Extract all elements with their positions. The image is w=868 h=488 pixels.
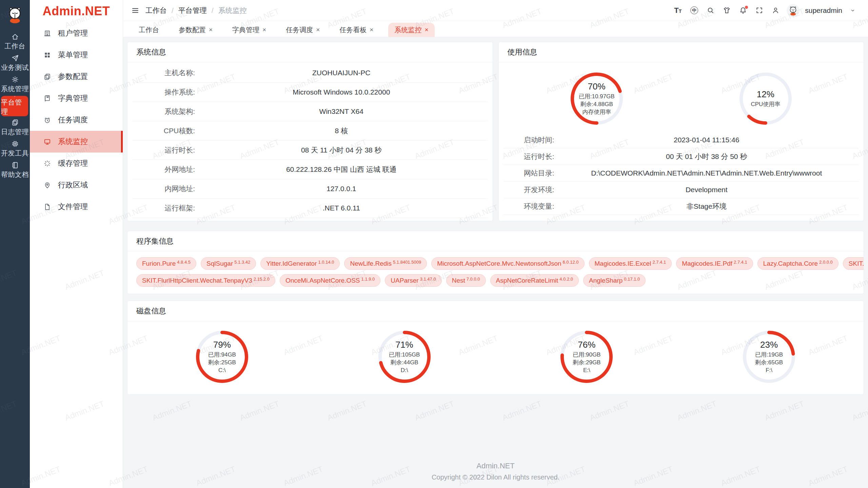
username[interactable]: superadmin: [805, 6, 842, 15]
info-value: Development: [554, 186, 859, 194]
notebook-icon: [11, 161, 19, 169]
sidebar-item-6[interactable]: 系统监控: [30, 131, 123, 152]
assembly-version: 2.15.2.0: [254, 277, 270, 282]
assembly-name: AspNetCoreRateLimit: [496, 277, 558, 284]
info-label: 外网地址:: [132, 165, 195, 174]
tab-2[interactable]: 参数配置×: [174, 23, 217, 37]
tab-label: 字典管理: [232, 25, 259, 35]
assembly-name: Nest: [452, 277, 465, 284]
user-icon[interactable]: [768, 3, 783, 18]
breadcrumb-item-current: 系统监控: [218, 6, 247, 15]
gauge-ring: 23%已用:19GB剩余:65GBF:\: [740, 328, 798, 386]
assembly-tags: Furion.Pure4.8.4.5SqlSugar5.1.3.42Yitter…: [127, 251, 864, 294]
breadcrumb-item[interactable]: 工作台: [145, 6, 167, 15]
assembly-tag: Yitter.IdGenerator1.0.14.0: [260, 257, 340, 270]
info-label: 运行框架:: [132, 203, 195, 213]
search-icon[interactable]: [703, 3, 717, 18]
avatar[interactable]: [787, 4, 800, 17]
chevron-down-icon[interactable]: [846, 3, 860, 18]
sidebar-item-label: 缓存管理: [58, 158, 88, 168]
gauge-ring: 12%CPU使用率: [737, 70, 794, 127]
chip-icon: [11, 140, 19, 148]
tab-close-icon[interactable]: ×: [370, 26, 373, 34]
assembly-version: 7.0.0.0: [467, 277, 480, 282]
rail-item-7[interactable]: 帮助文档: [1, 160, 29, 181]
assembly-tag: Lazy.Captcha.Core2.0.0.0: [757, 257, 839, 270]
assembly-name: UAParser: [391, 277, 418, 284]
sidebar-item-3[interactable]: 参数配置: [30, 66, 123, 87]
rail-item-1[interactable]: 工作台: [1, 31, 29, 53]
tab-5[interactable]: 任务看板×: [335, 23, 378, 37]
file-icon: [43, 203, 51, 211]
info-row: CPU核数:8 核: [132, 121, 488, 141]
fullscreen-icon[interactable]: [752, 3, 766, 18]
assembly-tag: NewLife.Redis5.1.8401.5009: [344, 257, 427, 270]
assembly-version: 4.8.4.5: [177, 260, 191, 265]
rail-item-3[interactable]: 系统管理: [1, 74, 29, 95]
sidebar-item-8[interactable]: 行政区域: [30, 174, 123, 196]
brand-logo-text[interactable]: Admin.NET: [30, 0, 123, 22]
assembly-name: SqlSugar: [206, 260, 233, 267]
top-cards-row: 系统信息 主机名称:ZUOHUAIJUN-PC操作系统:Microsoft Wi…: [127, 42, 864, 221]
mascot-logo-icon[interactable]: [5, 0, 25, 31]
assembly-version: 2.7.4.1: [652, 260, 666, 265]
tag-row: SKIT.FlurlHttpClient.Wechat.TenpayV32.15…: [136, 274, 855, 287]
rail-item-label: 业务测试: [1, 63, 29, 72]
notification-badge: [745, 6, 748, 9]
assembly-version: 2.0.0.0: [819, 260, 833, 265]
gauge-line: D:\: [401, 366, 408, 374]
gauge-center: 23%已用:19GB剩余:65GBF:\: [745, 333, 793, 381]
info-label: 开发环境:: [504, 185, 554, 195]
tab-close-icon[interactable]: ×: [262, 26, 266, 34]
rail-item-5[interactable]: 日志管理: [1, 117, 29, 138]
gauge-line: 已用:10.97GB: [579, 93, 615, 100]
tab-label: 任务调度: [286, 25, 313, 35]
font-size-icon[interactable]: TT: [671, 3, 685, 18]
info-row: 运行时长:08 天 11 小时 04 分 38 秒: [132, 141, 488, 160]
assembly-version: 1.1.9.0: [361, 277, 375, 282]
gauge-line: 已用:105GB: [389, 351, 420, 359]
rail-item-2[interactable]: 业务测试: [1, 53, 29, 74]
notification-icon[interactable]: [736, 3, 750, 18]
gauge-line: E:\: [583, 366, 590, 374]
sidebar-item-9[interactable]: 文件管理: [30, 196, 123, 218]
gauge-line: 剩余:65GB: [755, 359, 783, 366]
tab-6[interactable]: 系统监控×: [388, 23, 434, 37]
rail-item-4[interactable]: 平台管理: [1, 96, 28, 116]
assembly-name: Yitter.IdGenerator: [266, 260, 317, 267]
language-icon[interactable]: 中: [687, 3, 701, 18]
tab-label: 任务看板: [339, 25, 367, 35]
info-value: 60.222.128.26 中国 山西 运城 联通: [195, 165, 488, 174]
tab-3[interactable]: 字典管理×: [228, 23, 271, 37]
sidebar-item-5[interactable]: 任务调度: [30, 109, 123, 131]
gauge-center: 76%已用:90GB剩余:29GBE:\: [563, 333, 611, 381]
tab-1[interactable]: 工作台: [134, 23, 164, 37]
gauge-center: 12%CPU使用率: [742, 75, 790, 123]
tab-close-icon[interactable]: ×: [425, 26, 428, 34]
card-title: 使用信息: [499, 42, 864, 62]
info-row: 内网地址:127.0.0.1: [132, 179, 488, 199]
collapse-menu-icon[interactable]: [129, 4, 142, 17]
breadcrumb-item[interactable]: 平台管理: [178, 6, 207, 15]
tab-4[interactable]: 任务调度×: [281, 23, 324, 37]
rail-menu: 工作台业务测试系统管理平台管理日志管理开发工具帮助文档: [1, 31, 29, 181]
card-title: 系统信息: [127, 42, 493, 62]
sidebar-item-1[interactable]: 租户管理: [30, 22, 123, 44]
info-row: 开发环境:Development: [504, 182, 859, 198]
gauge-line: F:\: [766, 366, 772, 374]
assembly-tag: Magicodes.IE.Pdf2.7.4.1: [676, 257, 753, 270]
tab-close-icon[interactable]: ×: [209, 26, 213, 34]
assembly-version: 0.17.1.0: [624, 277, 640, 282]
sidebar-item-2[interactable]: 菜单管理: [30, 44, 123, 66]
content: 系统信息 主机名称:ZUOHUAIJUN-PC操作系统:Microsoft Wi…: [123, 37, 868, 488]
sidebar-item-4[interactable]: 字典管理: [30, 87, 123, 109]
sidebar-item-label: 菜单管理: [58, 50, 88, 60]
tab-close-icon[interactable]: ×: [316, 26, 320, 34]
rail-item-6[interactable]: 开发工具: [1, 138, 29, 160]
sidebar-item-7[interactable]: 缓存管理: [30, 152, 123, 174]
theme-icon[interactable]: [719, 3, 734, 18]
info-value: Microsoft Windows 10.0.22000: [195, 88, 488, 96]
usage-info-card: 使用信息 70%已用:10.97GB剩余:4.88GB内存使用率12%CPU使用…: [498, 42, 864, 221]
sidebar-item-label: 行政区域: [58, 180, 88, 190]
info-row: 网站目录:D:\CODEWORK\Admin.NET\Admin.NET\Adm…: [504, 165, 859, 182]
